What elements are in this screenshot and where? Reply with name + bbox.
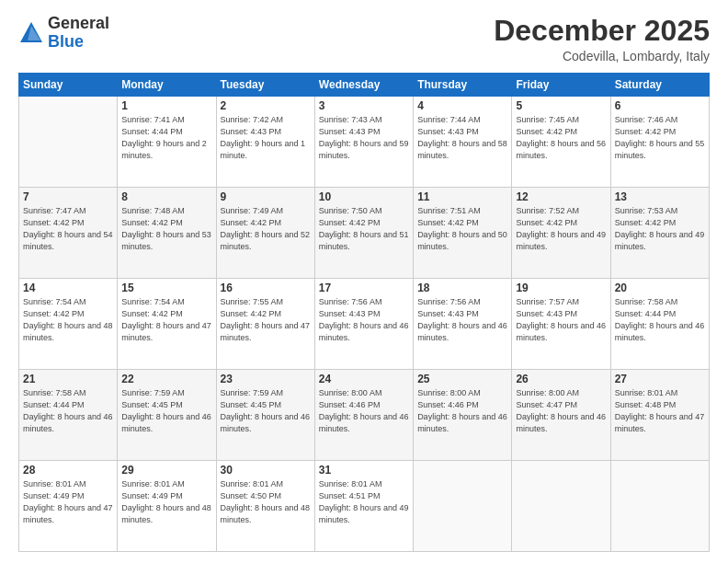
cell-info: Sunrise: 7:55 AMSunset: 4:42 PMDaylight:… (221, 296, 311, 344)
cell-info: Sunrise: 7:58 AMSunset: 4:44 PMDaylight:… (23, 387, 113, 435)
week-row: 28Sunrise: 8:01 AMSunset: 4:49 PMDayligh… (19, 461, 710, 552)
logo-icon (18, 20, 44, 46)
cell-info: Sunrise: 7:48 AMSunset: 4:42 PMDaylight:… (121, 205, 211, 253)
calendar-cell: 21Sunrise: 7:58 AMSunset: 4:44 PMDayligh… (19, 370, 118, 461)
cell-info: Sunrise: 8:01 AMSunset: 4:49 PMDaylight:… (121, 478, 211, 526)
cell-info: Sunrise: 7:42 AMSunset: 4:43 PMDaylight:… (221, 114, 311, 162)
calendar-cell: 17Sunrise: 7:56 AMSunset: 4:43 PMDayligh… (314, 279, 413, 370)
cell-info: Sunrise: 7:50 AMSunset: 4:42 PMDaylight:… (319, 205, 409, 253)
cell-info: Sunrise: 7:44 AMSunset: 4:43 PMDaylight:… (417, 114, 507, 162)
cell-info: Sunrise: 7:56 AMSunset: 4:43 PMDaylight:… (417, 296, 507, 344)
cell-info: Sunrise: 7:53 AMSunset: 4:42 PMDaylight:… (615, 205, 705, 253)
calendar-cell (414, 461, 512, 552)
day-number: 21 (23, 373, 113, 385)
day-number: 29 (121, 464, 211, 477)
cell-info: Sunrise: 7:59 AMSunset: 4:45 PMDaylight:… (121, 387, 211, 435)
location: Codevilla, Lombardy, Italy (494, 49, 710, 63)
cell-info: Sunrise: 7:58 AMSunset: 4:44 PMDaylight:… (615, 296, 705, 344)
calendar-cell: 26Sunrise: 8:00 AMSunset: 4:47 PMDayligh… (512, 370, 610, 461)
calendar-header-row: SundayMondayTuesdayWednesdayThursdayFrid… (19, 74, 710, 97)
logo-blue: Blue (48, 32, 84, 51)
calendar: SundayMondayTuesdayWednesdayThursdayFrid… (18, 73, 710, 552)
day-number: 9 (221, 190, 311, 203)
week-row: 7Sunrise: 7:47 AMSunset: 4:42 PMDaylight… (19, 188, 710, 279)
day-number: 18 (417, 282, 507, 294)
day-number: 15 (121, 282, 211, 294)
cell-info: Sunrise: 7:46 AMSunset: 4:42 PMDaylight:… (615, 114, 705, 162)
calendar-cell (512, 461, 610, 552)
day-number: 20 (615, 282, 705, 294)
calendar-cell: 15Sunrise: 7:54 AMSunset: 4:42 PMDayligh… (118, 279, 216, 370)
day-number: 3 (319, 99, 409, 112)
day-number: 4 (417, 99, 507, 112)
calendar-cell: 13Sunrise: 7:53 AMSunset: 4:42 PMDayligh… (610, 188, 709, 279)
cell-info: Sunrise: 7:56 AMSunset: 4:43 PMDaylight:… (319, 296, 409, 344)
calendar-cell: 18Sunrise: 7:56 AMSunset: 4:43 PMDayligh… (414, 279, 512, 370)
calendar-cell: 19Sunrise: 7:57 AMSunset: 4:43 PMDayligh… (512, 279, 610, 370)
day-number: 30 (221, 464, 311, 477)
calendar-cell (610, 461, 709, 552)
calendar-cell: 12Sunrise: 7:52 AMSunset: 4:42 PMDayligh… (512, 188, 610, 279)
cell-info: Sunrise: 7:51 AMSunset: 4:42 PMDaylight:… (417, 205, 507, 253)
logo-text: General Blue (48, 15, 109, 52)
cell-info: Sunrise: 7:57 AMSunset: 4:43 PMDaylight:… (516, 296, 606, 344)
day-number: 17 (319, 282, 409, 294)
column-header-tuesday: Tuesday (216, 74, 314, 97)
calendar-cell: 29Sunrise: 8:01 AMSunset: 4:49 PMDayligh… (118, 461, 216, 552)
calendar-cell: 25Sunrise: 8:00 AMSunset: 4:46 PMDayligh… (414, 370, 512, 461)
calendar-cell: 11Sunrise: 7:51 AMSunset: 4:42 PMDayligh… (414, 188, 512, 279)
calendar-cell: 16Sunrise: 7:55 AMSunset: 4:42 PMDayligh… (216, 279, 314, 370)
cell-info: Sunrise: 7:54 AMSunset: 4:42 PMDaylight:… (23, 296, 113, 344)
day-number: 2 (221, 99, 311, 112)
month-title: December 2025 (494, 15, 710, 47)
day-number: 5 (516, 99, 606, 112)
calendar-cell: 31Sunrise: 8:01 AMSunset: 4:51 PMDayligh… (314, 461, 413, 552)
column-header-friday: Friday (512, 74, 610, 97)
day-number: 10 (319, 190, 409, 203)
day-number: 25 (417, 373, 507, 385)
day-number: 6 (615, 99, 705, 112)
cell-info: Sunrise: 8:00 AMSunset: 4:46 PMDaylight:… (417, 387, 507, 435)
calendar-cell: 24Sunrise: 8:00 AMSunset: 4:46 PMDayligh… (314, 370, 413, 461)
day-number: 24 (319, 373, 409, 385)
cell-info: Sunrise: 8:01 AMSunset: 4:50 PMDaylight:… (221, 478, 311, 526)
calendar-cell: 10Sunrise: 7:50 AMSunset: 4:42 PMDayligh… (314, 188, 413, 279)
calendar-cell: 5Sunrise: 7:45 AMSunset: 4:42 PMDaylight… (512, 97, 610, 188)
cell-info: Sunrise: 8:00 AMSunset: 4:46 PMDaylight:… (319, 387, 409, 435)
day-number: 14 (23, 282, 113, 294)
calendar-cell: 28Sunrise: 8:01 AMSunset: 4:49 PMDayligh… (19, 461, 118, 552)
cell-info: Sunrise: 8:01 AMSunset: 4:48 PMDaylight:… (615, 387, 705, 435)
calendar-cell: 9Sunrise: 7:49 AMSunset: 4:42 PMDaylight… (216, 188, 314, 279)
day-number: 26 (516, 373, 606, 385)
calendar-cell: 22Sunrise: 7:59 AMSunset: 4:45 PMDayligh… (118, 370, 216, 461)
week-row: 14Sunrise: 7:54 AMSunset: 4:42 PMDayligh… (19, 279, 710, 370)
cell-info: Sunrise: 7:47 AMSunset: 4:42 PMDaylight:… (23, 205, 113, 253)
column-header-saturday: Saturday (610, 74, 709, 97)
calendar-cell: 20Sunrise: 7:58 AMSunset: 4:44 PMDayligh… (610, 279, 709, 370)
day-number: 13 (615, 190, 705, 203)
day-number: 31 (319, 464, 409, 477)
day-number: 22 (121, 373, 211, 385)
column-header-thursday: Thursday (414, 74, 512, 97)
cell-info: Sunrise: 7:41 AMSunset: 4:44 PMDaylight:… (121, 114, 211, 162)
calendar-cell: 3Sunrise: 7:43 AMSunset: 4:43 PMDaylight… (314, 97, 413, 188)
cell-info: Sunrise: 7:45 AMSunset: 4:42 PMDaylight:… (516, 114, 606, 162)
calendar-cell: 8Sunrise: 7:48 AMSunset: 4:42 PMDaylight… (118, 188, 216, 279)
day-number: 12 (516, 190, 606, 203)
calendar-cell: 2Sunrise: 7:42 AMSunset: 4:43 PMDaylight… (216, 97, 314, 188)
week-row: 21Sunrise: 7:58 AMSunset: 4:44 PMDayligh… (19, 370, 710, 461)
calendar-cell: 7Sunrise: 7:47 AMSunset: 4:42 PMDaylight… (19, 188, 118, 279)
column-header-sunday: Sunday (19, 74, 118, 97)
cell-info: Sunrise: 7:49 AMSunset: 4:42 PMDaylight:… (221, 205, 311, 253)
day-number: 1 (121, 99, 211, 112)
calendar-cell: 30Sunrise: 8:01 AMSunset: 4:50 PMDayligh… (216, 461, 314, 552)
cell-info: Sunrise: 8:01 AMSunset: 4:51 PMDaylight:… (319, 478, 409, 526)
calendar-cell: 14Sunrise: 7:54 AMSunset: 4:42 PMDayligh… (19, 279, 118, 370)
day-number: 27 (615, 373, 705, 385)
calendar-cell: 1Sunrise: 7:41 AMSunset: 4:44 PMDaylight… (118, 97, 216, 188)
day-number: 19 (516, 282, 606, 294)
calendar-cell (19, 97, 118, 188)
title-block: December 2025 Codevilla, Lombardy, Italy (494, 15, 710, 63)
cell-info: Sunrise: 7:43 AMSunset: 4:43 PMDaylight:… (319, 114, 409, 162)
day-number: 11 (417, 190, 507, 203)
